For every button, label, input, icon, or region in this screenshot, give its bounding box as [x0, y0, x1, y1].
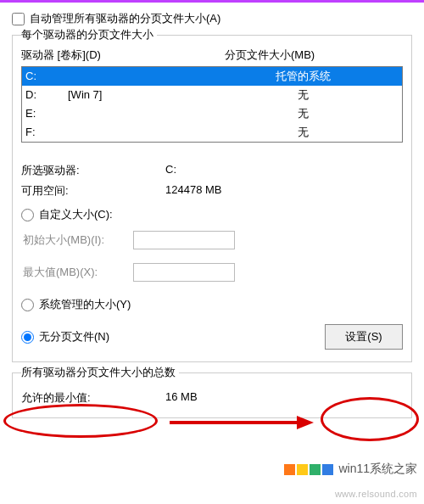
max-size-input[interactable]	[133, 263, 235, 282]
brand-badge: win11系统之家	[284, 462, 417, 477]
drive-group-title: 每个驱动器的分页文件大小	[21, 27, 157, 42]
row-drive: E:	[25, 104, 68, 123]
row-label: [Win 7]	[68, 86, 229, 104]
system-managed-radio[interactable]	[21, 299, 34, 311]
row-drive: F:	[25, 123, 68, 142]
watermark-text: www.relsound.com	[335, 489, 417, 499]
total-group-title: 所有驱动器分页文件大小的总数	[21, 365, 179, 380]
brand-text: win11系统之家	[338, 462, 417, 477]
set-button[interactable]: 设置(S)	[325, 324, 403, 350]
row-val: 无	[229, 86, 402, 104]
max-size-label: 最大值(MB)(X):	[23, 265, 133, 280]
drive-group: 每个驱动器的分页文件大小 驱动器 [卷标](D) 分页文件大小(MB) C: 托…	[12, 35, 412, 362]
selected-drive-label: 所选驱动器:	[21, 163, 165, 178]
system-managed-label: 系统管理的大小(Y)	[39, 297, 131, 312]
row-val: 无	[229, 104, 402, 123]
selected-drive-value: C:	[165, 163, 403, 178]
total-group: 所有驱动器分页文件大小的总数 允许的最小值: 16 MB	[12, 372, 412, 418]
min-allowed-value: 16 MB	[165, 390, 403, 406]
auto-manage-label: 自动管理所有驱动器的分页文件大小(A)	[30, 11, 220, 26]
list-row[interactable]: C: 托管的系统	[22, 67, 402, 86]
no-paging-file-radio[interactable]	[21, 331, 34, 344]
initial-size-input[interactable]	[133, 231, 235, 249]
row-label	[68, 123, 229, 142]
auto-manage-checkbox[interactable]	[12, 13, 25, 25]
free-space-value: 124478 MB	[165, 183, 403, 199]
list-row[interactable]: E: 无	[22, 104, 402, 123]
drive-listbox[interactable]: C: 托管的系统 D: [Win 7] 无 E: 无 F: 无	[21, 66, 403, 143]
col-drive-header: 驱动器 [卷标](D)	[21, 48, 225, 63]
initial-size-label: 初始大小(MB)(I):	[23, 232, 133, 248]
row-label	[68, 104, 229, 123]
row-drive: C:	[25, 67, 68, 86]
custom-size-label: 自定义大小(C):	[39, 207, 113, 222]
min-allowed-label: 允许的最小值:	[21, 390, 165, 406]
list-row[interactable]: D: [Win 7] 无	[22, 86, 402, 104]
col-size-header: 分页文件大小(MB)	[225, 48, 403, 63]
row-val: 无	[229, 123, 402, 142]
list-row[interactable]: F: 无	[22, 123, 402, 142]
row-drive: D:	[25, 86, 68, 104]
free-space-label: 可用空间:	[21, 183, 165, 199]
brand-tiles-icon	[284, 464, 333, 475]
row-label	[68, 67, 229, 86]
row-val: 托管的系统	[229, 67, 402, 86]
no-paging-file-label: 无分页文件(N)	[39, 329, 109, 344]
custom-size-radio[interactable]	[21, 209, 34, 221]
